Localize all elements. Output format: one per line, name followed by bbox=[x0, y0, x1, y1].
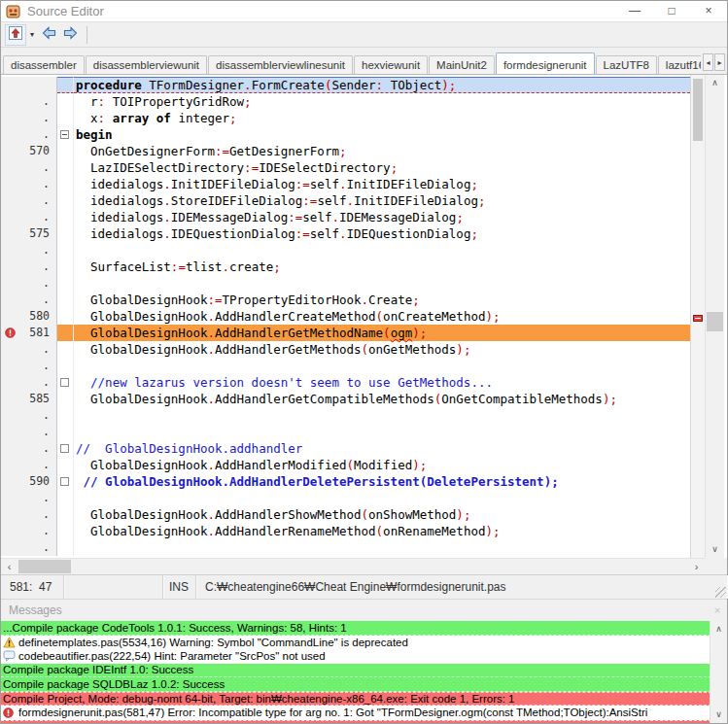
code-text[interactable] bbox=[74, 490, 705, 506]
fold-margin[interactable] bbox=[57, 473, 74, 490]
code-line[interactable]: 581 GlobalDesignHook.AddHandlerGetMethod… bbox=[1, 325, 705, 341]
fold-margin[interactable] bbox=[57, 358, 74, 374]
code-text[interactable]: GlobalDesignHook.AddHandlerGetMethodName… bbox=[74, 325, 705, 341]
scroll-right-icon[interactable]: › bbox=[688, 559, 705, 574]
tab-lazutf16[interactable]: lazutf16 bbox=[658, 55, 701, 74]
tab-LazUTF8[interactable]: LazUTF8 bbox=[596, 55, 657, 74]
messages-scrollbar[interactable]: ∧ ∨ bbox=[710, 621, 727, 723]
jump-to-declaration-button[interactable] bbox=[5, 24, 26, 46]
code-text[interactable]: idedialogs.IDEMessageDialog:=self.IDEMes… bbox=[74, 209, 705, 225]
gutter-cell[interactable]: . bbox=[1, 126, 57, 143]
code-text[interactable]: SurfaceList:=tlist.create; bbox=[74, 259, 705, 275]
editor-vertical-scrollbar[interactable]: ∧ ∨ bbox=[705, 75, 724, 558]
gutter-cell[interactable]: . bbox=[1, 374, 57, 391]
tab-MainUnit2[interactable]: MainUnit2 bbox=[429, 55, 495, 74]
fold-margin[interactable] bbox=[57, 374, 74, 391]
code-line[interactable]: . idedialogs.InitIDEFileDialog:=self.Ini… bbox=[1, 176, 705, 192]
resize-grip[interactable] bbox=[715, 587, 726, 598]
fold-margin[interactable] bbox=[57, 159, 74, 176]
tab-scroll-left-button[interactable]: ◂ bbox=[703, 53, 713, 71]
message-row[interactable]: Compile package IDEIntf 1.0: Success bbox=[1, 664, 711, 678]
code-line[interactable]: .begin bbox=[1, 126, 705, 143]
scroll-left-icon[interactable]: ‹ bbox=[1, 559, 17, 574]
code-line[interactable]: 570 OnGetDesignerForm:=GetDesignerForm; bbox=[1, 143, 705, 159]
code-text[interactable]: r: TOIPropertyGridRow; bbox=[74, 93, 705, 110]
code-text[interactable] bbox=[74, 242, 705, 259]
code-editor[interactable]: procedure TFormDesigner.FormCreate(Sende… bbox=[1, 75, 727, 574]
gutter-cell[interactable]: . bbox=[1, 209, 57, 225]
gutter-cell[interactable]: . bbox=[1, 539, 57, 556]
message-row[interactable]: definetemplates.pas(5534,16) Warning: Sy… bbox=[1, 636, 711, 650]
code-line[interactable]: .// GlobalDesignHook.addhandler bbox=[1, 440, 705, 457]
code-fold-icon[interactable] bbox=[60, 130, 69, 139]
code-text[interactable] bbox=[74, 407, 705, 424]
fold-margin[interactable] bbox=[57, 225, 74, 242]
gutter-cell[interactable]: . bbox=[1, 358, 57, 374]
fold-margin[interactable] bbox=[57, 523, 74, 539]
fold-margin[interactable] bbox=[57, 242, 74, 259]
gutter-cell[interactable]: . bbox=[1, 292, 57, 308]
gutter-cell[interactable]: . bbox=[1, 275, 57, 292]
code-text[interactable] bbox=[74, 275, 705, 292]
fold-margin[interactable] bbox=[57, 192, 74, 209]
fold-margin[interactable] bbox=[57, 126, 74, 143]
fold-margin[interactable] bbox=[57, 110, 74, 126]
fold-margin[interactable] bbox=[57, 176, 74, 192]
fold-margin[interactable] bbox=[57, 424, 74, 440]
gutter-cell[interactable]: . bbox=[1, 110, 57, 126]
code-line[interactable]: . GlobalDesignHook.AddHandlerRenameMetho… bbox=[1, 523, 705, 539]
forward-button[interactable] bbox=[59, 24, 81, 46]
horizontal-scroll-thumb[interactable] bbox=[18, 560, 71, 573]
code-text[interactable]: GlobalDesignHook.AddHandlerShowMethod(on… bbox=[74, 506, 705, 523]
code-text[interactable] bbox=[74, 358, 705, 374]
fold-margin[interactable] bbox=[57, 308, 74, 325]
code-line[interactable]: 575 idedialogs.IDEQuestionDialog:=self.I… bbox=[1, 225, 705, 242]
close-button[interactable]: × bbox=[690, 1, 727, 21]
code-text[interactable]: // GlobalDesignHook.AddHandlerDeletePers… bbox=[74, 473, 705, 490]
fold-margin[interactable] bbox=[57, 391, 74, 407]
message-row[interactable]: codebeautifier.pas(222,54) Hint: Paramet… bbox=[1, 649, 711, 664]
fold-margin[interactable] bbox=[57, 457, 74, 473]
gutter-cell[interactable] bbox=[1, 77, 57, 93]
code-line[interactable]: . bbox=[1, 490, 705, 506]
fold-margin[interactable] bbox=[57, 341, 74, 358]
code-line[interactable]: . SurfaceList:=tlist.create; bbox=[1, 259, 705, 275]
gutter-cell[interactable]: . bbox=[1, 490, 57, 506]
code-line[interactable]: . idedialogs.StoreIDEFileDialog:=self.In… bbox=[1, 192, 705, 209]
tab-disassemblerviewlinesunit[interactable]: disassemblerviewlinesunit bbox=[208, 55, 353, 74]
gutter-cell[interactable]: . bbox=[1, 424, 57, 440]
code-line[interactable]: . GlobalDesignHook:=TPropertyEditorHook.… bbox=[1, 292, 705, 308]
fold-margin[interactable] bbox=[57, 490, 74, 506]
tab-scroll-right-button[interactable]: ▸ bbox=[714, 53, 725, 71]
gutter-cell[interactable]: . bbox=[1, 242, 57, 259]
jump-dropdown-button[interactable]: ▾ bbox=[26, 24, 38, 46]
code-line[interactable]: . bbox=[1, 424, 705, 440]
code-line[interactable]: . GlobalDesignHook.AddHandlerGetMethods(… bbox=[1, 341, 705, 358]
gutter-cell[interactable]: . bbox=[1, 440, 57, 457]
code-line[interactable]: . bbox=[1, 407, 705, 424]
fold-margin[interactable] bbox=[57, 259, 74, 275]
code-text[interactable]: GlobalDesignHook.AddHandlerRenameMethod(… bbox=[74, 523, 705, 539]
code-text[interactable]: LazIDESelectDirectory:=IDESelectDirector… bbox=[74, 159, 705, 176]
code-fold-icon[interactable] bbox=[60, 477, 69, 486]
fold-margin[interactable] bbox=[57, 93, 74, 110]
gutter-cell[interactable]: . bbox=[1, 259, 57, 275]
code-text[interactable]: idedialogs.StoreIDEFileDialog:=self.Init… bbox=[74, 192, 705, 209]
code-line[interactable]: . x: array of integer; bbox=[1, 110, 705, 126]
gutter-cell[interactable]: . bbox=[1, 506, 57, 523]
gutter-cell[interactable]: 580 bbox=[1, 308, 57, 325]
tab-disassemblerviewunit[interactable]: disassemblerviewunit bbox=[86, 55, 207, 74]
gutter-cell[interactable]: . bbox=[1, 523, 57, 539]
code-text[interactable]: GlobalDesignHook:=TPropertyEditorHook.Cr… bbox=[74, 292, 705, 308]
code-text[interactable] bbox=[74, 424, 705, 440]
fold-margin[interactable] bbox=[57, 209, 74, 225]
code-line[interactable]: . bbox=[1, 275, 705, 292]
fold-margin[interactable] bbox=[57, 325, 74, 341]
gutter-cell[interactable]: . bbox=[1, 457, 57, 473]
code-text[interactable]: idedialogs.IDEQuestionDialog:=self.IDEQu… bbox=[74, 225, 705, 242]
code-text[interactable]: //new lazarus version doesn't seem to us… bbox=[74, 374, 705, 391]
scroll-down-icon[interactable]: ∨ bbox=[706, 541, 724, 558]
code-line[interactable]: . bbox=[1, 539, 705, 556]
code-line[interactable]: . idedialogs.IDEMessageDialog:=self.IDEM… bbox=[1, 209, 705, 225]
fold-margin[interactable] bbox=[57, 77, 74, 93]
